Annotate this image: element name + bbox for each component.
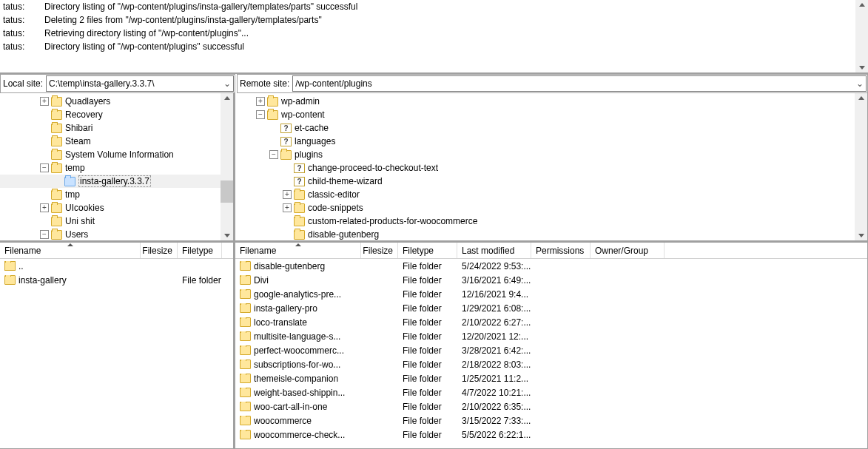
list-item[interactable]: google-analytics-pre...File folder12/16/… xyxy=(235,287,867,301)
list-item[interactable]: DiviFile folder3/16/2021 6:49:... xyxy=(235,273,867,287)
cell-filetype: File folder xyxy=(398,430,457,440)
local-tree-scrollbar[interactable] xyxy=(221,93,233,240)
scroll-up-icon[interactable] xyxy=(859,3,865,7)
tree-item[interactable]: custom-related-products-for-woocommerce xyxy=(235,215,867,228)
tree-item-label: wp-admin xyxy=(281,96,320,107)
col-filesize[interactable]: Filesize xyxy=(141,243,178,258)
folder-icon xyxy=(294,217,305,226)
expand-icon[interactable]: + xyxy=(283,190,292,199)
list-item[interactable]: multisite-language-s...File folder12/20/… xyxy=(235,329,867,343)
list-item[interactable]: loco-translateFile folder2/10/2022 6:27:… xyxy=(235,315,867,329)
collapse-icon[interactable]: − xyxy=(40,163,49,172)
scroll-down-icon[interactable] xyxy=(224,234,230,237)
list-item[interactable]: woocommerce-check...File folder5/5/2022 … xyxy=(235,428,867,442)
tree-spacer xyxy=(40,190,49,199)
cell-filetype: File folder xyxy=(398,261,457,271)
tree-item[interactable]: Steam xyxy=(0,135,233,148)
list-item[interactable]: insta-galleryFile folder xyxy=(0,273,233,287)
tree-item[interactable]: System Volume Information xyxy=(0,148,233,161)
tree-item[interactable]: +Quadlayers xyxy=(0,95,233,108)
folder-icon xyxy=(51,137,62,146)
scroll-up-icon[interactable] xyxy=(224,96,230,100)
tree-item[interactable]: −plugins xyxy=(235,148,867,161)
scroll-thumb[interactable] xyxy=(221,180,233,203)
remote-site-box: Remote site: ⌄ xyxy=(237,74,868,93)
expand-icon[interactable]: + xyxy=(40,97,49,106)
cell-filename: insta-gallery-pro xyxy=(235,303,361,314)
remote-tree-scrollbar[interactable] xyxy=(855,93,867,240)
folder-icon xyxy=(51,150,62,160)
col-lastmod[interactable]: Last modified xyxy=(457,243,531,258)
cell-lastmod: 2/10/2022 6:27:... xyxy=(457,317,531,328)
tree-item[interactable]: tmp xyxy=(0,188,233,201)
col-owner[interactable]: Owner/Group xyxy=(591,243,665,258)
scroll-down-icon[interactable] xyxy=(858,234,864,237)
status-row: tatus:Deleting 2 files from "/wp-content… xyxy=(0,13,868,27)
status-scrollbar[interactable] xyxy=(855,0,868,72)
list-item[interactable]: perfect-woocommerc...File folder3/28/202… xyxy=(235,343,867,357)
tree-item[interactable]: Uni shit xyxy=(0,215,233,228)
filename-text: subscriptions-for-wo... xyxy=(254,359,340,370)
local-tree-pane: +QuadlayersRecoveryShibariSteamSystem Vo… xyxy=(0,93,234,241)
cell-filename: google-analytics-pre... xyxy=(235,289,361,300)
col-filesize-label: Filesize xyxy=(142,246,172,256)
tree-item[interactable]: Shibari xyxy=(0,121,233,135)
cell-lastmod: 1/25/2021 11:2... xyxy=(457,374,531,384)
list-item[interactable]: weight-based-shippin...File folder4/7/20… xyxy=(235,385,867,399)
tree-item[interactable]: ?change-proceed-to-checkout-text xyxy=(235,161,867,175)
col-filename-label: Filename xyxy=(240,246,276,256)
collapse-icon[interactable]: − xyxy=(269,150,278,159)
local-list-pane: Filename Filesize Filetype ..insta-galle… xyxy=(0,241,234,449)
col-perms[interactable]: Permissions xyxy=(531,243,591,258)
local-path-combo[interactable]: ⌄ xyxy=(46,75,234,92)
tree-item[interactable]: ?languages xyxy=(235,135,867,148)
chevron-down-icon[interactable]: ⌄ xyxy=(221,78,233,89)
remote-path-combo[interactable]: ⌄ xyxy=(292,75,867,92)
parent-dir-row[interactable]: .. xyxy=(0,259,233,273)
expand-icon[interactable]: + xyxy=(256,97,265,106)
tree-item[interactable]: −wp-content xyxy=(235,108,867,121)
tree-item[interactable]: +code-snippets xyxy=(235,201,867,215)
remote-path-input[interactable] xyxy=(293,78,854,89)
tree-item[interactable]: disable-gutenberg xyxy=(235,228,867,241)
unknown-folder-icon: ? xyxy=(280,124,292,133)
expand-icon[interactable]: + xyxy=(40,203,49,212)
col-filename-label: Filename xyxy=(4,246,41,256)
tree-item[interactable]: ?child-theme-wizard xyxy=(235,175,867,188)
col-filename[interactable]: Filename xyxy=(235,243,361,258)
list-item[interactable]: subscriptions-for-wo...File folder2/18/2… xyxy=(235,357,867,371)
col-filetype[interactable]: Filetype xyxy=(398,243,457,258)
cell-lastmod: 3/15/2022 7:33:... xyxy=(457,416,531,426)
col-filesize[interactable]: Filesize xyxy=(361,243,398,258)
list-item[interactable]: disable-gutenbergFile folder5/24/2022 9:… xyxy=(235,259,867,273)
scroll-down-icon[interactable] xyxy=(859,66,865,70)
tree-item[interactable]: +UIcookies xyxy=(0,201,233,215)
tree-item[interactable]: −temp xyxy=(0,161,233,175)
cell-filetype: File folder xyxy=(398,388,457,398)
collapse-icon[interactable]: − xyxy=(256,110,265,119)
filename-text: woocommerce xyxy=(254,416,312,426)
list-item[interactable]: woocommerceFile folder3/15/2022 7:33:... xyxy=(235,413,867,428)
expand-icon[interactable]: + xyxy=(283,203,292,212)
chevron-down-icon[interactable]: ⌄ xyxy=(854,78,866,89)
collapse-icon[interactable]: − xyxy=(40,230,49,239)
tree-spacer xyxy=(40,124,49,132)
scroll-up-icon[interactable] xyxy=(858,96,864,100)
cell-filetype: File folder xyxy=(178,275,222,286)
local-path-input[interactable] xyxy=(47,78,221,89)
cell-filename: loco-translate xyxy=(235,317,361,328)
list-item[interactable]: insta-gallery-proFile folder1/29/2021 6:… xyxy=(235,301,867,315)
tree-item[interactable]: +classic-editor xyxy=(235,188,867,201)
list-item[interactable]: woo-cart-all-in-oneFile folder2/10/2022 … xyxy=(235,399,867,413)
col-filetype[interactable]: Filetype xyxy=(178,243,222,258)
tree-item[interactable]: −Users xyxy=(0,228,233,241)
cell-filename: .. xyxy=(0,261,141,271)
tree-item[interactable]: Recovery xyxy=(0,108,233,121)
tree-item[interactable]: +wp-admin xyxy=(235,95,867,108)
tree-item[interactable]: ?et-cache xyxy=(235,121,867,135)
list-item[interactable]: themeisle-companionFile folder1/25/2021 … xyxy=(235,371,867,385)
tree-item[interactable]: insta-gallery.3.3.7 xyxy=(0,175,233,188)
status-log-panel: tatus:Directory listing of "/wp-content/… xyxy=(0,0,868,74)
filename-text: .. xyxy=(18,261,24,271)
col-filename[interactable]: Filename xyxy=(0,243,141,258)
